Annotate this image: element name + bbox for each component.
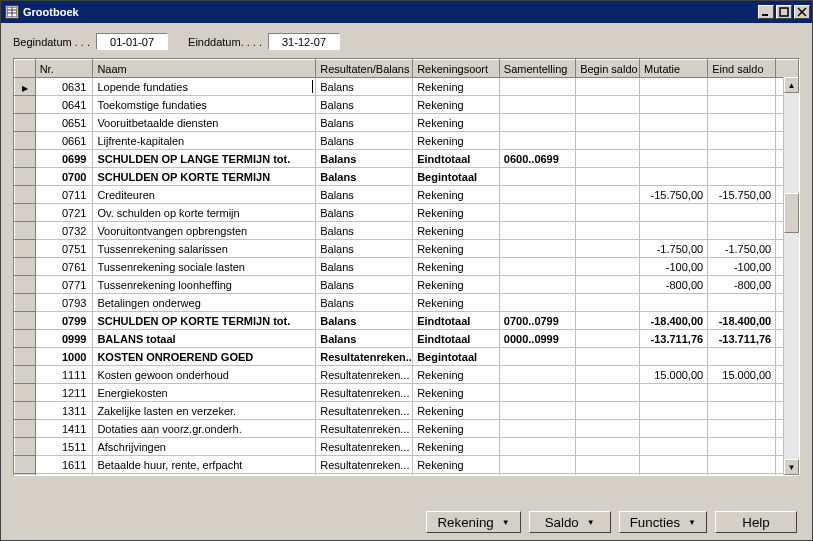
- table-row[interactable]: 0751Tussenrekening salarissenBalansReken…: [15, 240, 799, 258]
- cell-es[interactable]: -13.711,76: [708, 330, 776, 348]
- row-header[interactable]: [15, 114, 36, 132]
- cell-rb[interactable]: Balans: [316, 222, 413, 240]
- cell-bs[interactable]: [576, 186, 640, 204]
- cell-rs[interactable]: Rekening: [413, 204, 500, 222]
- cell-mu[interactable]: [640, 150, 708, 168]
- cell-nr[interactable]: 0793: [35, 294, 93, 312]
- cell-es[interactable]: [708, 96, 776, 114]
- col-header-bs[interactable]: Begin saldo: [576, 60, 640, 78]
- table-row[interactable]: 1111Kosten gewoon onderhoudResultatenrek…: [15, 366, 799, 384]
- cell-sam[interactable]: [499, 420, 575, 438]
- cell-naam[interactable]: Betaalde huur, rente, erfpacht: [93, 456, 316, 474]
- cell-sam[interactable]: [499, 438, 575, 456]
- minimize-button[interactable]: [758, 5, 774, 19]
- cell-mu[interactable]: -13.711,76: [640, 330, 708, 348]
- cell-rs[interactable]: Rekening: [413, 222, 500, 240]
- cell-sam[interactable]: [499, 258, 575, 276]
- cell-rb[interactable]: Balans: [316, 330, 413, 348]
- cell-es[interactable]: -15.750,00: [708, 186, 776, 204]
- cell-rs[interactable]: Rekening: [413, 294, 500, 312]
- row-header[interactable]: [15, 294, 36, 312]
- cell-naam[interactable]: Tussenrekening loonheffing: [93, 276, 316, 294]
- row-header[interactable]: [15, 132, 36, 150]
- col-header-nr[interactable]: Nr.: [35, 60, 93, 78]
- cell-sam[interactable]: [499, 78, 575, 96]
- cell-nr[interactable]: 0732: [35, 222, 93, 240]
- cell-naam[interactable]: Tussenrekening sociale lasten: [93, 258, 316, 276]
- cell-rs[interactable]: Rekening: [413, 240, 500, 258]
- cell-rb[interactable]: Resultatenreken...: [316, 474, 413, 476]
- cell-rs[interactable]: Rekening: [413, 456, 500, 474]
- cell-mu[interactable]: 15.000,00: [640, 366, 708, 384]
- cell-naam[interactable]: Betalingen onderweg: [93, 294, 316, 312]
- cell-nr[interactable]: 0661: [35, 132, 93, 150]
- cell-nr[interactable]: 0699: [35, 150, 93, 168]
- cell-bs[interactable]: [576, 474, 640, 476]
- table-row[interactable]: 0700SCHULDEN OP KORTE TERMIJNBalansBegin…: [15, 168, 799, 186]
- row-header[interactable]: [15, 456, 36, 474]
- cell-mu[interactable]: [640, 294, 708, 312]
- help-button[interactable]: Help: [715, 511, 797, 533]
- cell-es[interactable]: [708, 150, 776, 168]
- cell-nr[interactable]: 0799: [35, 312, 93, 330]
- cell-naam[interactable]: Kosten gewoon onderhoud: [93, 366, 316, 384]
- table-row[interactable]: 0651Vooruitbetaalde dienstenBalansRekeni…: [15, 114, 799, 132]
- cell-rs[interactable]: Rekening: [413, 420, 500, 438]
- cell-sam[interactable]: [499, 384, 575, 402]
- cell-mu[interactable]: -18.400,00: [640, 312, 708, 330]
- cell-rs[interactable]: Rekening: [413, 258, 500, 276]
- cell-mu[interactable]: [640, 384, 708, 402]
- cell-es[interactable]: [708, 78, 776, 96]
- cell-bs[interactable]: [576, 114, 640, 132]
- scroll-up-button[interactable]: ▲: [784, 77, 799, 93]
- cell-rb[interactable]: Balans: [316, 114, 413, 132]
- table-row[interactable]: 1311Zakelijke lasten en verzeker.Resulta…: [15, 402, 799, 420]
- cell-nr[interactable]: 0700: [35, 168, 93, 186]
- table-row[interactable]: 0631Lopende fundatiesBalansRekening: [15, 78, 799, 96]
- cell-bs[interactable]: [576, 420, 640, 438]
- cell-sam[interactable]: [499, 294, 575, 312]
- cell-naam[interactable]: Ov. schulden op korte termijn: [93, 204, 316, 222]
- cell-sam[interactable]: [499, 96, 575, 114]
- cell-rs[interactable]: Rekening: [413, 96, 500, 114]
- cell-rs[interactable]: Rekening: [413, 78, 500, 96]
- cell-naam[interactable]: Energiekosten: [93, 384, 316, 402]
- col-header-mu[interactable]: Mutatie: [640, 60, 708, 78]
- row-header[interactable]: [15, 384, 36, 402]
- cell-naam[interactable]: SCHULDEN OP LANGE TERMIJN tot.: [93, 150, 316, 168]
- table-row[interactable]: 0721Ov. schulden op korte termijnBalansR…: [15, 204, 799, 222]
- rekening-button[interactable]: Rekening▼: [426, 511, 520, 533]
- begin-date-input[interactable]: [96, 33, 168, 50]
- cell-naam[interactable]: Lopende fundaties: [93, 78, 316, 96]
- cell-sam[interactable]: [499, 366, 575, 384]
- cell-naam[interactable]: Vooruitontvangen opbrengsten: [93, 222, 316, 240]
- cell-nr[interactable]: 0641: [35, 96, 93, 114]
- cell-rs[interactable]: Rekening: [413, 438, 500, 456]
- cell-nr[interactable]: 1111: [35, 366, 93, 384]
- cell-nr[interactable]: 0651: [35, 114, 93, 132]
- cell-rb[interactable]: Balans: [316, 150, 413, 168]
- cell-nr[interactable]: 0761: [35, 258, 93, 276]
- row-header[interactable]: [15, 186, 36, 204]
- cell-nr[interactable]: 0631: [35, 78, 93, 96]
- cell-sam[interactable]: [499, 276, 575, 294]
- cell-sam[interactable]: 0000..0999: [499, 330, 575, 348]
- cell-bs[interactable]: [576, 204, 640, 222]
- cell-bs[interactable]: [576, 258, 640, 276]
- table-row[interactable]: 0761Tussenrekening sociale lastenBalansR…: [15, 258, 799, 276]
- table-row[interactable]: 0999BALANS totaalBalansEindtotaal0000..0…: [15, 330, 799, 348]
- cell-rb[interactable]: Balans: [316, 312, 413, 330]
- cell-rb[interactable]: Resultatenreken...: [316, 348, 413, 366]
- cell-sam[interactable]: 0700..0799: [499, 312, 575, 330]
- cell-bs[interactable]: [576, 168, 640, 186]
- cell-rb[interactable]: Balans: [316, 258, 413, 276]
- cell-sam[interactable]: [499, 402, 575, 420]
- cell-es[interactable]: [708, 168, 776, 186]
- cell-naam[interactable]: KOSTEN ONROEREND GOED: [93, 348, 316, 366]
- cell-rb[interactable]: Resultatenreken...: [316, 420, 413, 438]
- cell-sam[interactable]: [499, 114, 575, 132]
- cell-rs[interactable]: Eindtotaal: [413, 150, 500, 168]
- cell-mu[interactable]: [640, 204, 708, 222]
- cell-nr[interactable]: 1311: [35, 402, 93, 420]
- cell-naam[interactable]: Tussenrekening salarissen: [93, 240, 316, 258]
